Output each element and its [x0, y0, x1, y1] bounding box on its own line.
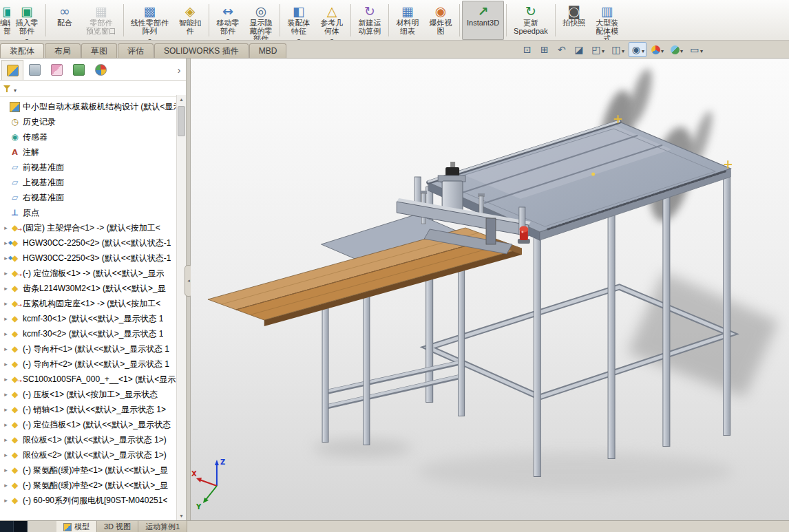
clamp-bracket[interactable] — [486, 218, 496, 244]
linear-component-pattern-button[interactable]: 线性零部件阵列 — [126, 1, 173, 40]
expand-arrow-icon[interactable] — [2, 300, 10, 307]
panel-tabs-scroll-button[interactable] — [173, 60, 185, 80]
apply-scene-button[interactable] — [668, 42, 685, 57]
dropdown-arrow-icon[interactable] — [680, 43, 683, 56]
tab-layout[interactable]: 布局 — [45, 43, 81, 58]
tree-item[interactable]: 注解 — [2, 145, 176, 160]
dropdown-arrow-icon[interactable] — [602, 43, 604, 56]
expand-arrow-icon[interactable] — [2, 451, 10, 458]
tree-item[interactable]: kcmf-30<1> (默认<<默认>_显示状态 1 — [2, 311, 176, 326]
assembly-features-button[interactable]: 装配体特征 — [282, 1, 315, 40]
take-snapshot-button[interactable]: 拍快照 — [558, 1, 591, 40]
hide-show-items-button[interactable]: ◉ — [629, 42, 646, 57]
tree-item[interactable]: (-) 定位溜板<1> -> (默认<<默认>_显示 — [2, 266, 176, 281]
insert-components-button[interactable]: 插入零部件 — [10, 1, 43, 40]
tree-scrollbar[interactable]: ▲ ▼ — [176, 95, 186, 520]
new-motion-study-button[interactable]: 新建运动算例 — [353, 1, 386, 40]
update-speedpak-button[interactable]: 更新Speedpak — [509, 1, 553, 40]
expand-arrow-icon[interactable] — [2, 361, 10, 368]
mate-button[interactable]: 配合 — [48, 1, 81, 40]
scroll-up-icon[interactable]: ▲ — [177, 95, 186, 104]
tree-item[interactable]: (-) 聚氨酯(缓)冲垫<1> (默认<<默认>_显 — [2, 462, 176, 478]
previous-view-button[interactable]: ↶ — [554, 43, 569, 56]
smart-fasteners-button[interactable]: 智能扣件 — [173, 1, 207, 40]
tree-item[interactable]: 齿条L214W30M2<1> (默认<<默认>_显 — [2, 281, 176, 296]
tree-item[interactable]: HGW30CC-2250<3> (默认<<默认状态-1 — [2, 251, 176, 266]
dropdown-arrow-icon[interactable] — [297, 36, 300, 41]
expand-arrow-icon[interactable] — [2, 467, 10, 474]
tree-item[interactable]: (-) 定位挡板<1> (默认<<默认>_显示状态 — [2, 417, 176, 432]
model-tab[interactable]: 模型 — [56, 521, 97, 532]
edit-component-button[interactable]: 编辑零部件 — [0, 1, 10, 40]
scroll-down-icon[interactable]: ▼ — [177, 511, 186, 520]
tree-item[interactable]: (-) 导向杆<2> (默认<<默认>_显示状态 1 — [2, 357, 176, 372]
expand-arrow-icon[interactable] — [2, 497, 10, 504]
motion-study-tab[interactable]: 运动算例1 — [138, 521, 187, 532]
dropdown-arrow-icon[interactable] — [25, 36, 28, 41]
display-style-button[interactable]: ◫ — [609, 42, 627, 57]
tree-item[interactable]: (-) 销轴<1> (默认<<默认>_显示状态 1> — [2, 402, 176, 417]
bill-of-materials-button[interactable]: 材料明细表 — [391, 1, 424, 40]
view-orientation-button[interactable]: ◰ — [589, 42, 607, 57]
expand-arrow-icon[interactable] — [2, 482, 10, 489]
tab-sketch[interactable]: 草图 — [81, 43, 117, 58]
zoom-fit-button[interactable]: ⊡ — [520, 43, 535, 56]
dropdown-arrow-icon[interactable] — [148, 36, 151, 41]
tree-item[interactable]: (-) 60-90系列伺服电机[90ST-M040251< — [2, 493, 176, 508]
expand-arrow-icon[interactable] — [2, 285, 10, 292]
graphics-viewport[interactable]: Z X Y — [191, 58, 789, 520]
tab-assembly[interactable]: 装配体 — [0, 43, 44, 58]
3d-views-tab[interactable]: 3D 视图 — [97, 521, 138, 532]
dropdown-arrow-icon[interactable] — [642, 43, 644, 56]
filter-funnel-icon[interactable] — [3, 85, 12, 93]
expand-arrow-icon[interactable] — [2, 421, 10, 428]
dropdown-arrow-icon[interactable] — [227, 36, 229, 41]
dropdown-arrow-icon[interactable] — [700, 43, 703, 56]
tab-mbd[interactable]: MBD — [249, 43, 287, 58]
component-preview-window-button[interactable]: 零部件预览窗口 — [81, 1, 121, 40]
tree-item[interactable]: 压紧机构固定座<1> -> (默认<按加工< — [2, 296, 176, 311]
expand-arrow-icon[interactable] — [2, 224, 10, 231]
tree-item[interactable]: 中小型自动木板裁板机结构设计 (默认<显示状 — [2, 99, 176, 114]
tree-item[interactable]: 限位板<1> (默认<<默认>_显示状态 1>) — [2, 432, 176, 447]
configurationmanager-tab[interactable] — [45, 60, 67, 80]
tree-item[interactable]: kcmf-30<2> (默认<<默认>_显示状态 1 — [2, 326, 176, 341]
tab-evaluate[interactable]: 评估 — [118, 43, 154, 58]
zoom-to-area-button[interactable]: ⊞ — [537, 43, 552, 56]
tab-solidworks-addins[interactable]: SOLIDWORKS 插件 — [154, 43, 249, 58]
section-view-button[interactable]: ◪ — [571, 43, 587, 56]
dropdown-arrow-icon[interactable] — [622, 43, 624, 56]
expand-arrow-icon[interactable] — [2, 345, 10, 352]
featuremanager-tab[interactable] — [1, 60, 23, 80]
reference-geometry-button[interactable]: 参考几何体 — [315, 1, 348, 40]
tree-item[interactable]: 右视基准面 — [2, 190, 176, 205]
tree-item[interactable]: 限位板<2> (默认<<默认>_显示状态 1>) — [2, 447, 176, 462]
show-hidden-components-button[interactable]: 显示隐藏的零部件 — [244, 1, 277, 40]
scrollbar-thumb[interactable] — [178, 106, 185, 136]
expand-arrow-icon[interactable] — [2, 270, 10, 277]
dropdown-arrow-icon[interactable] — [661, 43, 664, 56]
expand-arrow-icon[interactable] — [2, 406, 10, 413]
tree-item[interactable]: (-) 压板<1> (默认<按加工>_显示状态 — [2, 387, 176, 402]
dropdown-arrow-icon[interactable] — [330, 36, 333, 41]
expand-arrow-icon[interactable] — [2, 330, 10, 337]
large-assembly-mode-button[interactable]: 大型装配体模式 — [591, 1, 624, 40]
propertymanager-tab[interactable] — [23, 60, 45, 80]
tree-item[interactable]: 历史记录 — [2, 114, 176, 129]
expand-arrow-icon[interactable] — [2, 315, 10, 322]
view-settings-button[interactable]: ▭ — [687, 42, 705, 57]
tree-item[interactable]: 原点 — [2, 205, 176, 220]
tree-item[interactable]: (固定) 主架焊合<1> -> (默认<按加工< — [2, 220, 176, 235]
exploded-view-button[interactable]: 爆炸视图 — [424, 1, 457, 40]
move-component-button[interactable]: 移动零部件 — [211, 1, 244, 40]
edit-appearance-button[interactable] — [649, 42, 666, 57]
instant3d-button[interactable]: Instant3D — [462, 1, 504, 40]
tree-item[interactable]: 上视基准面 — [2, 175, 176, 190]
tree-item[interactable]: (-) 聚氨酯(缓)冲垫<2> (默认<<默认>_显 — [2, 478, 176, 493]
tree-item[interactable]: SC100x100SFA_000_+__<1> (默认<显示 — [2, 372, 176, 387]
cylinder-cap[interactable] — [445, 167, 459, 176]
expand-arrow-icon[interactable] — [2, 391, 10, 398]
expand-arrow-icon[interactable] — [2, 436, 10, 443]
tree-item[interactable]: HGW30CC-2250<2> (默认<<默认状态-1 — [2, 235, 176, 251]
expand-arrow-icon[interactable] — [2, 376, 10, 383]
